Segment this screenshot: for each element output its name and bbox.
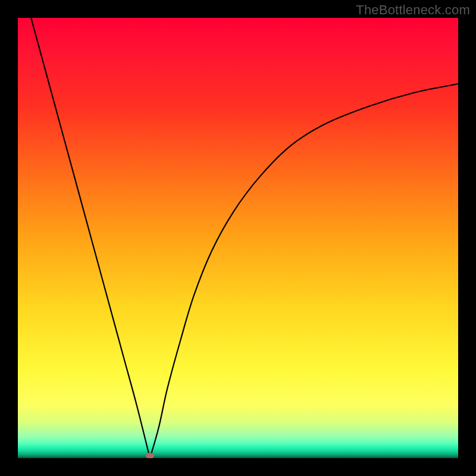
chart-frame: TheBottleneck.com — [0, 0, 476, 476]
gradient-background — [18, 18, 458, 458]
optimum-marker — [146, 453, 154, 458]
plot-area — [18, 18, 458, 458]
watermark-text: TheBottleneck.com — [356, 2, 470, 18]
